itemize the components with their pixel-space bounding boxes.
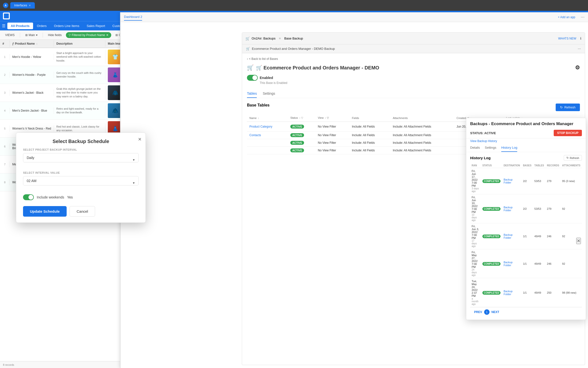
completed-badge: COMPLETED xyxy=(482,291,501,295)
status-cell: COMPLETED xyxy=(481,194,502,223)
destination-link[interactable]: Backup Folder xyxy=(503,290,513,296)
attachments-cell: 95 (3 new) xyxy=(561,168,582,194)
bases-cell: 2/2 xyxy=(522,194,533,223)
backup-tab-settings[interactable]: Settings xyxy=(263,90,275,98)
history-tab-details[interactable]: Details xyxy=(470,144,480,152)
view-backup-history-link[interactable]: View Backup History xyxy=(466,138,586,144)
filter-close-icon[interactable]: ✕ xyxy=(106,33,109,37)
status-badge: ACTIVE xyxy=(290,141,304,145)
refresh-button[interactable]: ↻ Refresh xyxy=(556,104,580,111)
hide-fields-button[interactable]: Hide fields xyxy=(45,32,64,38)
backup-panel-title-row: 🛒 On2Air: Backups ≡ Base Backup WHATS NE… xyxy=(245,37,581,40)
base-tables-header: Base Tables ↻ Refresh xyxy=(247,103,580,111)
main-view-button[interactable]: ⊞ Main ▾ xyxy=(23,32,40,38)
product-name-cell: Men's Hoodie - Yellow xyxy=(10,54,54,60)
attachments-cell: Include: All Attachment Fields xyxy=(390,122,454,131)
logo-letter: A xyxy=(5,4,7,7)
backup-tab-tables[interactable]: Tables xyxy=(247,90,257,98)
history-tab-log[interactable]: History Log xyxy=(501,144,517,152)
table-name-link[interactable]: Contacts xyxy=(249,133,261,137)
include-weekends-toggle[interactable] xyxy=(23,194,34,200)
info-icon[interactable]: ℹ xyxy=(580,37,581,40)
panel-dots-menu[interactable]: ⋯ xyxy=(578,47,581,51)
attachments-cell: 92 xyxy=(561,223,582,249)
update-schedule-button[interactable]: Update Schedule xyxy=(23,206,67,217)
backup-enabled-toggle[interactable] xyxy=(247,75,258,81)
th-product-label: Product Name xyxy=(15,42,35,45)
cancel-schedule-button[interactable]: Cancel xyxy=(70,206,95,217)
nav-item-orders-line-items[interactable]: Orders Line Items xyxy=(50,23,83,29)
dashboard-dot-menu[interactable]: ⋯ xyxy=(581,15,585,19)
destination-link[interactable]: Backup Folder xyxy=(503,233,513,239)
destination-cell: Backup Folder xyxy=(502,194,521,223)
sort-view-icon[interactable]: ↕ xyxy=(325,117,326,119)
tables-cell: 49/49 xyxy=(533,249,545,278)
description-cell: Retro and light-washed, ready for a day … xyxy=(54,105,105,116)
th-view: View ↕ ▽ xyxy=(315,114,349,122)
group-icon: ⊞ xyxy=(115,33,118,37)
schedule-modal: Select Backup Schedule ✕ SELECT PROJECT … xyxy=(16,132,146,223)
history-row: Fri, Jun 3, 2022 7:00 PM 17 days ago COM… xyxy=(470,223,582,249)
history-modal-close-button[interactable]: ✕ xyxy=(576,238,581,244)
status-cell: COMPLETED xyxy=(481,223,502,249)
dashboard-tab-bar: Dashboard 2 + Add an app ⋯ xyxy=(121,12,588,22)
history-refresh-button[interactable]: ↻ Refresh xyxy=(564,155,582,161)
history-pagination: PREV 1 NEXT xyxy=(470,307,582,317)
project-interval-select[interactable]: Daily xyxy=(23,153,139,162)
next-page-button[interactable]: NEXT xyxy=(491,310,499,314)
filter-view-icon[interactable]: ▽ xyxy=(327,116,329,119)
tab-close-icon[interactable]: ✕ xyxy=(29,4,31,7)
hamburger-icon[interactable]: ☰ xyxy=(2,24,5,28)
weekends-label: Include weekends xyxy=(37,195,64,199)
whats-new-link[interactable]: WHATS NEW xyxy=(558,37,576,40)
history-tabs: Details Settings History Log xyxy=(466,144,586,152)
destination-cell: Backup Folder xyxy=(502,278,521,307)
destination-link[interactable]: Backup Folder xyxy=(503,206,513,212)
filtered-by-button[interactable]: ▽ Filtered by Product Name ✕ xyxy=(66,32,111,38)
schedule-modal-body: SELECT PROJECT BACKUP INTERVAL Daily SEL… xyxy=(16,148,146,223)
th-records: RECORDS xyxy=(545,163,561,168)
history-log-title-row: History Log ↻ Refresh xyxy=(470,155,582,161)
destination-link[interactable]: Backup Folder xyxy=(503,261,513,267)
weekends-toggle-knob xyxy=(28,195,33,200)
sort-product-icon[interactable]: ↕ xyxy=(36,42,37,45)
weekends-row: Include weekends Yes xyxy=(23,194,139,200)
history-row: Tue, May 24, 2022 2:37 PM a month ago CO… xyxy=(470,278,582,307)
sort-status-icon[interactable]: ↕ xyxy=(299,117,300,119)
tab-label: Interfaces xyxy=(14,4,27,7)
interval-value-wrapper: 02 AM xyxy=(23,176,139,190)
th-product-name[interactable]: ƒ Product Name ↕ xyxy=(10,40,54,47)
sort-name-icon[interactable]: ↕ xyxy=(258,117,259,119)
schedule-modal-actions: Update Schedule Cancel xyxy=(23,206,139,217)
active-browser-tab[interactable]: Interfaces ✕ xyxy=(10,2,35,9)
add-app-button[interactable]: + Add an app xyxy=(558,15,575,19)
nav-item-all-products[interactable]: All Products xyxy=(7,23,33,29)
refresh-label: Refresh xyxy=(570,157,579,159)
fields-cell: Include: All Fields xyxy=(349,147,390,154)
backup-settings-icon[interactable]: ⚙ xyxy=(575,65,580,71)
back-to-list-link[interactable]: ‹ < Back to list of Bases xyxy=(247,57,580,61)
nav-item-sales-report[interactable]: Sales Report xyxy=(83,23,109,29)
history-tab-settings[interactable]: Settings xyxy=(485,144,496,152)
th-status: Status ↕ ▽ xyxy=(288,114,315,122)
destination-link[interactable]: Backup Folder xyxy=(503,178,513,184)
interval-value-select[interactable]: 02 AM xyxy=(23,176,139,185)
nav-item-orders[interactable]: Orders xyxy=(34,23,50,29)
main-icon: ⊞ xyxy=(25,33,28,37)
refresh-icon: ↻ xyxy=(566,156,569,159)
stop-backup-button[interactable]: STOP BACKUP xyxy=(554,130,582,136)
schedule-modal-title: Select Backup Schedule xyxy=(52,139,109,144)
th-description[interactable]: Description xyxy=(54,40,105,47)
th-attachments: Attachments xyxy=(390,114,454,122)
prev-page-button[interactable]: PREV xyxy=(474,310,482,314)
table-name-link[interactable]: Product Category xyxy=(249,125,272,128)
schedule-close-button[interactable]: ✕ xyxy=(138,137,142,142)
browser-logo: A xyxy=(3,3,8,8)
bases-cell: 1/1 xyxy=(522,278,533,307)
filter-status-icon[interactable]: ▽ xyxy=(301,116,303,119)
ran-cell: Fri, May 27, 2022 7:00 PM 24 days ago xyxy=(470,249,481,278)
dashboard-tab[interactable]: Dashboard 2 xyxy=(124,13,142,21)
project-interval-wrapper: Daily xyxy=(23,153,139,167)
views-button[interactable]: VIEWS xyxy=(2,32,17,38)
attachments-cell: 92 xyxy=(561,194,582,223)
